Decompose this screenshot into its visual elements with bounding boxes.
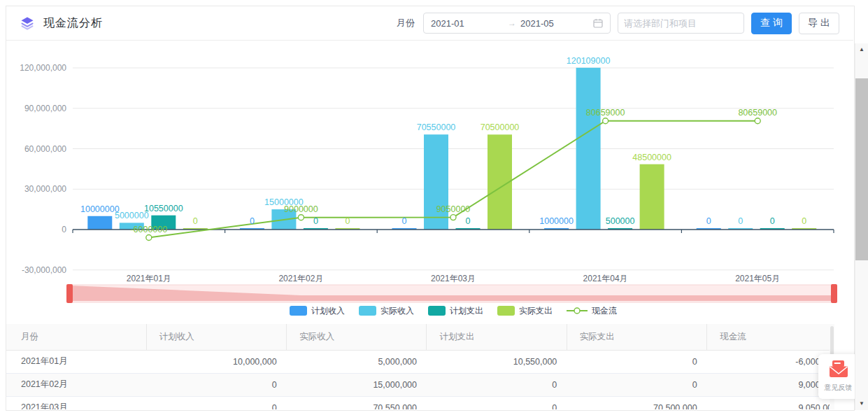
x-axis-label: 2021年03月	[431, 274, 476, 283]
legend-item-现金流[interactable]: 现金流	[567, 305, 617, 317]
legend-swatch-icon	[497, 306, 515, 316]
feedback-envelope-icon	[828, 360, 849, 379]
value-label: -6000000	[130, 225, 167, 234]
legend-swatch-icon	[290, 306, 307, 316]
dept-project-select[interactable]	[618, 13, 744, 34]
bar-实际支出[interactable]	[640, 164, 664, 230]
page-scrollbar[interactable]: ▲ ▼	[855, 43, 868, 410]
cashflow-point[interactable]	[450, 215, 456, 220]
value-label: 0	[402, 216, 407, 226]
legend-item-实际支出[interactable]: 实际支出	[497, 305, 553, 317]
y-axis-tick-label: 90,000,000	[24, 104, 66, 113]
cashflow-point[interactable]	[603, 118, 609, 124]
cashflow-table: 月份计划收入实际收入计划支出实际支出现金流 2021年01月10,000,000…	[6, 324, 834, 409]
datazoom-handle-left[interactable]	[66, 284, 73, 303]
chart-legend: 计划收入实际收入计划支出实际支出现金流	[73, 303, 834, 318]
legend-swatch-icon	[359, 306, 376, 316]
table-scrollbar-thumb[interactable]	[830, 326, 834, 356]
table-column-header: 计划收入	[146, 324, 286, 350]
x-axis-label: 2021年01月	[127, 274, 171, 283]
table-column-header: 计划支出	[427, 324, 567, 350]
value-label: 10000000	[80, 204, 120, 214]
x-axis-label: 2021年02月	[278, 274, 323, 283]
y-axis-tick-label: 60,000,000	[24, 144, 66, 154]
export-button[interactable]: 导 出	[799, 13, 839, 34]
table-cell-value: 0	[567, 350, 706, 373]
y-axis-tick-label: -30,000,000	[22, 265, 66, 275]
table-cell-value: 5,000,000	[287, 350, 427, 373]
table-column-header: 现金流	[707, 324, 834, 350]
table-row[interactable]: 2021年02月015,000,000009,000,000	[6, 373, 834, 396]
date-range-picker[interactable]: 2021-01 → 2021-05	[423, 13, 611, 34]
bar-实际收入[interactable]	[424, 134, 448, 230]
value-label: 9050000	[436, 204, 471, 214]
y-axis-tick-label: 30,000,000	[24, 184, 66, 194]
scroll-up-icon[interactable]: ▲	[855, 45, 868, 55]
table-cell-value: 0	[146, 396, 286, 409]
date-end-value[interactable]: 2021-05	[520, 18, 593, 29]
value-label: 10550000	[144, 204, 183, 213]
datazoom-handle-right[interactable]	[831, 284, 837, 303]
value-label: 0	[250, 216, 255, 226]
value-label: 80659000	[738, 108, 777, 118]
legend-label: 计划支出	[450, 305, 483, 317]
y-axis-tick-label: 120,000,000	[20, 63, 66, 73]
value-label: 0	[466, 216, 471, 226]
legend-item-实际收入[interactable]: 实际收入	[359, 305, 414, 317]
table-cell-value: 10,550,000	[427, 350, 567, 373]
value-label: 0	[193, 216, 198, 226]
date-start-value[interactable]: 2021-01	[431, 18, 504, 29]
cashflow-point[interactable]	[755, 118, 760, 124]
legend-label: 实际收入	[380, 305, 414, 317]
query-button[interactable]: 查 询	[751, 13, 792, 34]
scroll-down-icon[interactable]: ▼	[855, 399, 868, 409]
table-cell-value: 10,000,000	[146, 350, 286, 373]
table-header-row: 月份计划收入实际收入计划支出实际支出现金流	[6, 324, 834, 350]
feedback-widget[interactable]: 意见反馈	[818, 354, 858, 399]
cashflow-table-container: 月份计划收入实际收入计划支出实际支出现金流 2021年01月10,000,000…	[6, 324, 834, 409]
table-column-header: 月份	[6, 324, 146, 350]
legend-swatch-icon	[428, 306, 446, 316]
cashflow-point[interactable]	[146, 235, 152, 241]
table-cell-month: 2021年02月	[6, 373, 146, 396]
table-column-header: 实际支出	[567, 324, 706, 350]
legend-item-计划收入[interactable]: 计划收入	[290, 305, 345, 317]
value-label: 0	[770, 216, 775, 226]
table-cell-value: 0	[427, 373, 567, 396]
value-label: 48500000	[632, 153, 671, 162]
date-range-arrow-icon: →	[508, 18, 516, 28]
table-cell-value: 0	[146, 373, 286, 396]
table-row[interactable]: 2021年03月070,550,000070,500,0009,050,000	[6, 396, 834, 409]
layers-icon	[20, 16, 34, 30]
table-row[interactable]: 2021年01月10,000,0005,000,00010,550,0000-6…	[6, 350, 834, 373]
x-axis-label: 2021年04月	[583, 274, 628, 283]
bar-计划收入[interactable]	[87, 216, 112, 230]
header-controls: 月份 2021-01 → 2021-05 查 询 导 出	[397, 13, 839, 34]
legend-label: 计划收入	[311, 305, 345, 317]
value-label: 80659000	[586, 108, 625, 118]
value-label: 70500000	[481, 122, 520, 132]
legend-label: 实际支出	[519, 305, 553, 317]
page-scrollbar-thumb[interactable]	[855, 78, 868, 260]
table-cell-value: 0	[567, 373, 706, 396]
feedback-label: 意见反馈	[818, 383, 858, 393]
table-cell-month: 2021年01月	[6, 350, 146, 373]
bar-实际收入[interactable]	[576, 68, 601, 230]
legend-item-计划支出[interactable]: 计划支出	[428, 305, 483, 317]
value-label: 0	[345, 216, 350, 226]
value-label: 9000000	[284, 204, 318, 214]
table-cell-value: 9,000,000	[707, 373, 834, 396]
y-axis-tick-label: 0	[62, 225, 66, 234]
cashflow-point[interactable]	[298, 215, 304, 220]
table-column-header: 实际收入	[287, 324, 427, 350]
value-label: 0	[706, 216, 711, 226]
value-label: 0	[738, 216, 743, 226]
value-label: 1000000	[539, 216, 574, 226]
month-field-label: 月份	[397, 17, 415, 29]
header-bar: 现金流分析 月份 2021-01 → 2021-05 查 询 导 出	[6, 6, 853, 41]
x-axis-label: 2021年05月	[735, 274, 780, 283]
legend-label: 现金流	[592, 305, 617, 317]
table-cell-value: 70,550,000	[287, 396, 427, 409]
table-cell-value: 9,050,000	[707, 396, 834, 409]
value-label: 500000	[606, 216, 635, 226]
